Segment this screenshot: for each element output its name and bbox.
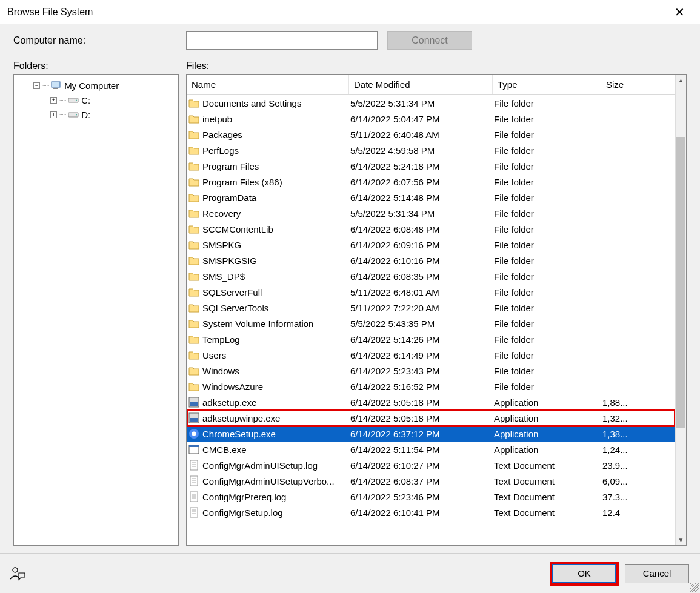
scroll-up-icon[interactable]: ▲ — [676, 75, 686, 85]
file-row[interactable]: SQLServerTools5/11/2022 7:22:20 AMFile f… — [187, 300, 675, 316]
file-row[interactable]: TempLog6/14/2022 5:14:26 PMFile folder — [187, 331, 675, 347]
file-name-cell: PerfLogs — [187, 144, 349, 156]
section-labels: Folders: Files: — [0, 50, 700, 74]
tree-drive-c[interactable]: + ····· C: — [15, 93, 177, 107]
column-type[interactable]: Type — [493, 75, 601, 94]
file-row[interactable]: adksetupwinpe.exe6/14/2022 5:05:18 PMApp… — [187, 410, 675, 426]
file-type: File folder — [493, 366, 601, 376]
file-row[interactable]: SQLServerFull5/11/2022 6:48:01 AMFile fo… — [187, 284, 675, 300]
tree-node-label: C: — [81, 95, 90, 105]
file-date: 6/14/2022 6:10:27 PM — [349, 460, 493, 471]
file-date: 6/14/2022 6:08:35 PM — [349, 271, 493, 282]
file-name-cell: Packages — [187, 128, 349, 141]
file-name: CMCB.exe — [202, 445, 247, 455]
tree-root[interactable]: − ····· My Computer — [15, 78, 177, 93]
top-row: Computer name: Connect — [0, 24, 700, 50]
person-chat-icon[interactable] — [8, 565, 27, 583]
svg-rect-0 — [52, 82, 60, 87]
column-size[interactable]: Size — [601, 75, 646, 94]
file-row[interactable]: Packages5/11/2022 6:40:48 AMFile folder — [187, 127, 675, 142]
tree-drive-d[interactable]: + ····· D: — [15, 107, 177, 122]
collapse-icon[interactable]: − — [33, 82, 40, 89]
folder-icon — [188, 239, 200, 251]
file-row[interactable]: Windows6/14/2022 5:23:43 PMFile folder — [187, 363, 675, 379]
file-row[interactable]: adksetup.exe6/14/2022 5:05:18 PMApplicat… — [187, 394, 675, 410]
resize-grip[interactable] — [690, 583, 699, 592]
drive-icon — [68, 95, 79, 105]
file-date: 6/14/2022 5:24:18 PM — [349, 161, 493, 171]
scroll-track[interactable] — [676, 85, 686, 534]
file-name: SMSPKGSIG — [202, 256, 257, 266]
file-date: 5/11/2022 6:40:48 AM — [349, 130, 493, 140]
cancel-button[interactable]: Cancel — [625, 564, 689, 583]
scroll-down-icon[interactable]: ▼ — [676, 534, 686, 545]
file-row[interactable]: SMSPKG6/14/2022 6:09:16 PMFile folder — [187, 237, 675, 253]
file-type: Application — [493, 413, 601, 423]
installer-icon — [188, 396, 200, 408]
column-date[interactable]: Date Modified — [349, 75, 493, 94]
file-type: File folder — [493, 319, 601, 329]
file-date: 6/14/2022 6:14:49 PM — [349, 350, 493, 360]
file-row[interactable]: CMCB.exe6/14/2022 5:11:54 PMApplication1… — [187, 442, 675, 457]
file-row[interactable]: ConfigMgrSetup.log6/14/2022 6:10:41 PMTe… — [187, 505, 675, 520]
file-name: ConfigMgrAdminUISetup.log — [202, 460, 318, 471]
file-row[interactable]: PerfLogs5/5/2022 4:59:58 PMFile folder — [187, 142, 675, 158]
file-type: Application — [493, 429, 601, 439]
connect-button: Connect — [387, 31, 472, 50]
file-name-cell: ConfigMgrAdminUISetupVerbo... — [187, 475, 349, 487]
folder-tree[interactable]: − ····· My Computer + ····· C: + ····· — [13, 74, 179, 546]
file-row[interactable]: SMS_DP$6/14/2022 6:08:35 PMFile folder — [187, 268, 675, 284]
file-row[interactable]: ConfigMgrPrereq.log6/14/2022 5:23:46 PMT… — [187, 489, 675, 505]
vertical-scrollbar[interactable]: ▲ ▼ — [675, 75, 686, 545]
file-date: 6/14/2022 5:05:18 PM — [349, 397, 493, 408]
file-name-cell: SMS_DP$ — [187, 270, 349, 282]
file-row[interactable]: Program Files (x86)6/14/2022 6:07:56 PMF… — [187, 174, 675, 190]
file-name-cell: ChromeSetup.exe — [187, 428, 349, 440]
svg-point-6 — [13, 568, 18, 572]
file-row[interactable]: Users6/14/2022 6:14:49 PMFile folder — [187, 347, 675, 363]
scroll-thumb[interactable] — [676, 137, 685, 428]
file-row[interactable]: ProgramData6/14/2022 5:14:48 PMFile fold… — [187, 190, 675, 205]
file-name: SMSPKG — [202, 240, 241, 250]
folder-icon — [188, 333, 200, 345]
column-name[interactable]: Name — [187, 75, 349, 94]
tree-node-label: D: — [81, 110, 90, 120]
file-name-cell: Program Files — [187, 160, 349, 172]
expand-icon[interactable]: + — [50, 97, 57, 104]
file-date: 5/5/2022 5:31:34 PM — [349, 98, 493, 108]
file-row[interactable]: SCCMContentLib6/14/2022 6:08:48 PMFile f… — [187, 221, 675, 237]
file-name-cell: ConfigMgrPrereq.log — [187, 491, 349, 503]
installer-icon — [188, 412, 200, 424]
dialog-window: Browse File System ✕ Computer name: Conn… — [0, 0, 700, 593]
folder-icon — [188, 160, 200, 172]
file-name: SQLServerFull — [202, 287, 262, 297]
file-size: 1,38... — [601, 429, 646, 439]
file-date: 6/14/2022 5:23:43 PM — [349, 366, 493, 376]
file-name: ProgramData — [202, 193, 256, 203]
file-row[interactable]: WindowsAzure6/14/2022 5:16:52 PMFile fol… — [187, 379, 675, 394]
file-row[interactable]: ConfigMgrAdminUISetup.log6/14/2022 6:10:… — [187, 457, 675, 473]
ok-button[interactable]: OK — [552, 564, 616, 583]
file-date: 6/14/2022 5:05:18 PM — [349, 413, 493, 423]
close-button[interactable]: ✕ — [666, 0, 693, 24]
file-row[interactable]: Program Files6/14/2022 5:24:18 PMFile fo… — [187, 158, 675, 174]
expand-icon[interactable]: + — [50, 111, 57, 118]
file-name: ConfigMgrSetup.log — [202, 508, 283, 518]
computer-name-input[interactable] — [186, 31, 378, 50]
file-row[interactable]: ConfigMgrAdminUISetupVerbo...6/14/2022 6… — [187, 473, 675, 489]
file-row[interactable]: Recovery5/5/2022 5:31:34 PMFile folder — [187, 205, 675, 221]
file-list[interactable]: Name Date Modified Type Size Documents a… — [187, 75, 675, 545]
file-name-cell: Recovery — [187, 207, 349, 219]
folder-icon — [188, 286, 200, 298]
file-date: 6/14/2022 5:16:52 PM — [349, 382, 493, 392]
file-row[interactable]: Documents and Settings5/5/2022 5:31:34 P… — [187, 95, 675, 111]
file-name-cell: WindowsAzure — [187, 380, 349, 393]
file-row[interactable]: System Volume Information5/5/2022 5:43:3… — [187, 316, 675, 331]
file-name-cell: TempLog — [187, 333, 349, 345]
file-row[interactable]: inetpub6/14/2022 5:04:47 PMFile folder — [187, 111, 675, 127]
file-name-cell: ConfigMgrSetup.log — [187, 506, 349, 518]
file-type: File folder — [493, 130, 601, 140]
bottom-bar: OK Cancel — [0, 553, 700, 593]
file-row[interactable]: SMSPKGSIG6/14/2022 6:10:16 PMFile folder — [187, 253, 675, 268]
file-row[interactable]: ChromeSetup.exe6/14/2022 6:37:12 PMAppli… — [187, 426, 675, 442]
